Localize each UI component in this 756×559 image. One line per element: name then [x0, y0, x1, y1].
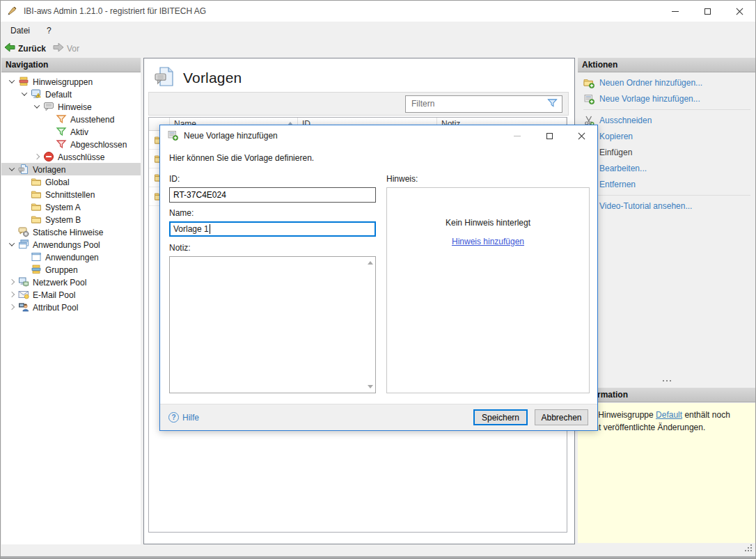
arrow-left-icon [4, 42, 15, 54]
chevron-down-icon[interactable] [6, 242, 18, 246]
window-maximize-button[interactable] [691, 1, 723, 22]
filter-field[interactable] [405, 95, 562, 113]
group-stack-icon [31, 264, 42, 275]
chevron-down-icon[interactable] [6, 167, 18, 171]
action-cut[interactable]: Ausschneiden [578, 112, 756, 128]
navigation-tree: Hinweisgruppen Default Hinweise Ausstehe… [1, 72, 141, 313]
nav-item-anwendungen[interactable]: Anwendungen [1, 251, 141, 263]
action-copy[interactable]: Kopieren [578, 128, 756, 144]
add-hinweis-link[interactable]: Hinweis hinzufügen [452, 237, 524, 246]
actions-header: Aktionen [578, 58, 756, 72]
notiz-label: Notiz: [169, 243, 191, 253]
notiz-textarea[interactable] [169, 256, 376, 393]
actions-separator [583, 195, 750, 196]
nav-item-ausschluesse[interactable]: Ausschlüsse [1, 150, 141, 163]
nav-item-hinweise[interactable]: Hinweise [1, 100, 141, 113]
nav-item-default[interactable]: Default [1, 88, 141, 100]
nav-item-abgeschlossen[interactable]: Abgeschlossen [1, 138, 141, 150]
monitor-warning-icon [31, 88, 42, 100]
chevron-right-icon[interactable] [6, 280, 18, 284]
hinweis-panel: Kein Hinweis hinterlegt Hinweis hinzufüg… [386, 187, 590, 393]
dialog-maximize-button[interactable] [533, 125, 565, 146]
dialog-footer: ? Hilfe Speichern Abbrechen [160, 404, 597, 430]
folder-icon [31, 189, 42, 200]
window-one-icon [31, 251, 42, 262]
chevron-down-icon[interactable] [31, 104, 43, 109]
window-title: IBI-aws Admin 1.21.0 - registriert für I… [24, 6, 206, 16]
chevron-right-icon[interactable] [6, 305, 18, 309]
nav-item-netzwerk-pool[interactable]: Netzwerk Pool [1, 276, 141, 288]
envelope-icon [18, 289, 29, 300]
title-bar: IBI-aws Admin 1.21.0 - registriert für I… [1, 1, 755, 22]
forward-label: Vor [67, 44, 79, 54]
back-button[interactable]: Zurück [1, 41, 49, 56]
hinweis-label: Hinweis: [386, 174, 418, 184]
action-edit[interactable]: Bearbeiten... [578, 160, 756, 176]
nav-item-vorlagen[interactable]: Vorlagen [1, 163, 141, 175]
page-title: Vorlagen [183, 70, 242, 86]
vorlagen-page-icon [154, 65, 176, 90]
action-new-folder[interactable]: Neuen Ordner hinzufügen... [578, 74, 756, 90]
nav-item-email-pool[interactable]: E-Mail Pool [1, 288, 141, 301]
name-input[interactable]: Vorlage 1 [169, 221, 376, 237]
app-icon [7, 5, 18, 18]
arrow-right-icon [53, 42, 64, 54]
scroll-down-icon[interactable] [368, 385, 373, 388]
template-add-icon [167, 129, 178, 143]
status-bar [1, 544, 755, 556]
nav-item-attribut-pool[interactable]: Attribut Pool [1, 301, 141, 313]
help-link[interactable]: ? Hilfe [168, 412, 199, 423]
actions-panel: Aktionen Neuen Ordner hinzufügen... Neue… [578, 58, 756, 544]
action-remove[interactable]: Entfernen [578, 176, 756, 192]
content-toolbar [148, 92, 569, 116]
filter-input[interactable] [406, 99, 547, 109]
nav-item-system-b[interactable]: System B [1, 213, 141, 226]
dialog-close-button[interactable] [565, 125, 597, 146]
chevron-right-icon[interactable] [6, 292, 18, 297]
chevron-right-icon[interactable] [31, 155, 43, 159]
nav-item-statische-hinweise[interactable]: Statische Hinweise [1, 226, 141, 238]
dialog-title: Neue Vorlage hinzufügen [184, 131, 278, 141]
dialog-subtitle: Hier können Sie die Vorlage definieren. [169, 153, 314, 163]
forward-button[interactable]: Vor [49, 41, 83, 56]
nav-item-system-a[interactable]: System A [1, 200, 141, 213]
save-button[interactable]: Speichern [473, 409, 528, 425]
window-bottom-border [1, 556, 755, 558]
nav-item-global[interactable]: Global [1, 175, 141, 188]
nav-item-ausstehend[interactable]: Ausstehend [1, 113, 141, 125]
chevron-down-icon[interactable] [6, 79, 18, 84]
monitor-network-icon [18, 276, 29, 288]
id-input[interactable] [169, 187, 376, 203]
back-label: Zurück [18, 44, 46, 54]
nav-item-schnittstellen[interactable]: Schnittstellen [1, 188, 141, 200]
menu-item-help[interactable]: ? [40, 23, 58, 38]
window-close-button[interactable] [723, 1, 755, 22]
speech-bubble-icon [43, 101, 54, 112]
action-new-template[interactable]: Neue Vorlage hinzufügen... [578, 90, 756, 107]
default-group-link[interactable]: Default [656, 410, 682, 420]
scroll-up-icon[interactable] [368, 261, 373, 265]
actions-separator [583, 109, 750, 110]
name-label: Name: [169, 208, 194, 218]
nav-item-hinweisgruppen[interactable]: Hinweisgruppen [1, 75, 141, 88]
text-caret [210, 224, 210, 234]
chevron-down-icon[interactable] [18, 92, 31, 96]
resize-grip[interactable] [744, 544, 753, 555]
action-video-tutorial[interactable]: Video-Tutorial ansehen... [578, 198, 756, 214]
nav-item-anwendungs-pool[interactable]: Anwendungs Pool [1, 238, 141, 251]
folder-icon [31, 201, 42, 212]
person-computer-icon [18, 301, 29, 313]
template-page-icon [18, 164, 29, 175]
action-paste[interactable]: Einfügen [578, 144, 756, 160]
panel-splitter[interactable] [578, 380, 756, 381]
nav-item-gruppen[interactable]: Gruppen [1, 263, 141, 276]
help-icon: ? [168, 412, 179, 423]
dialog-minimize-button [501, 125, 533, 146]
windows-two-icon [18, 239, 29, 250]
dialog-title-bar[interactable]: Neue Vorlage hinzufügen [160, 125, 597, 146]
cancel-button[interactable]: Abbrechen [535, 409, 588, 425]
window-minimize-button[interactable] [659, 1, 691, 22]
menu-item-datei[interactable]: Datei [3, 23, 37, 38]
filter-funnel-icon[interactable] [547, 98, 558, 110]
nav-item-aktiv[interactable]: Aktiv [1, 125, 141, 138]
